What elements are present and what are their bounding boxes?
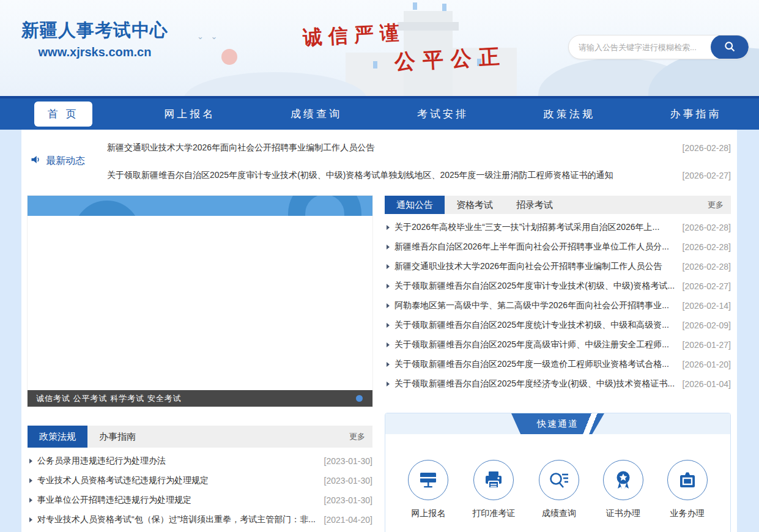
right-column: 通知公告 资格考试 招录考试 更多 关于2026年高校毕业生“三支一扶”计划招募…	[385, 196, 731, 532]
quick-item-online-registration[interactable]: 网上报名	[408, 460, 448, 519]
bullet-triangle-icon	[387, 342, 390, 347]
list-item[interactable]: 专业技术人员资格考试违纪违规行为处理规定 [2023-01-30]	[28, 471, 372, 490]
list-item[interactable]: 对专业技术人员资格考试“包（保）过”培训须出重拳，考试主管部门：非... [20…	[28, 510, 372, 530]
slogan-line1: 诚信严谨	[302, 20, 406, 52]
bullet-triangle-icon	[387, 382, 390, 386]
policy-panel: 政策法规 办事指南 更多 公务员录用违规违纪行为处理办法 [2023-01-30…	[28, 426, 372, 532]
slogan-line2: 公平公正	[394, 42, 508, 76]
monitor-icon	[408, 460, 448, 500]
flag-decoration	[373, 61, 377, 68]
list-item[interactable]: 新疆交通职业技术大学2026年面向社会公开招聘事业编制工作人员公告 [2026-…	[385, 257, 731, 276]
banner-circle-decoration	[73, 201, 141, 216]
item-date: [2026-01-27]	[683, 340, 731, 350]
item-title: 关于领取新疆维吾尔自治区2025年度一级造价工程师职业资格考试合格...	[394, 359, 676, 370]
printer-icon	[473, 460, 514, 500]
carousel-indicator-dot[interactable]	[356, 395, 363, 402]
news-line: 关于领取新疆维吾尔自治区2025年度审计专业技术(初级、中级)资格考试单独划线地…	[107, 169, 731, 182]
business-icon	[667, 460, 708, 500]
site-title: 新疆人事考试中心	[21, 18, 168, 43]
list-item[interactable]: 阿勒泰地区第一高级中学、第二高级中学2026年面向社会公开招聘事业... [20…	[385, 296, 731, 316]
item-title: 关于领取新疆维吾尔自治区2025年度审计专业技术(初级、中级)资格考试...	[394, 281, 676, 292]
bullet-triangle-icon	[387, 323, 390, 328]
tab-notices[interactable]: 通知公告	[385, 196, 445, 214]
latest-news-header: 最新动态	[28, 139, 107, 182]
bullet-triangle-icon	[387, 245, 390, 249]
item-date: [2021-04-20]	[324, 515, 372, 525]
content-columns: 诚信考试 公平考试 科学考试 安全考试 政策法规 办事指南 更多 公务员录用违规…	[28, 196, 731, 532]
flag-decoration	[442, 4, 446, 11]
item-title: 阿勒泰地区第一高级中学、第二高级中学2026年面向社会公开招聘事业...	[394, 300, 676, 311]
quick-channel-panel: 快速通道 网上报名	[385, 413, 731, 532]
item-date: [2023-01-30]	[324, 456, 372, 466]
quick-item-certificate-service[interactable]: 证书办理	[603, 460, 643, 519]
bullet-triangle-icon	[29, 517, 32, 522]
quick-channel-icons: 网上报名 打印	[385, 434, 730, 519]
item-title: 关于2026年高校毕业生“三支一扶”计划招募考试采用自治区2026年上...	[394, 222, 676, 233]
item-date: [2026-02-28]	[683, 262, 731, 272]
nav-item-policies[interactable]: 政策法规	[506, 102, 632, 127]
quick-item-score-query[interactable]: 成绩查询	[539, 460, 579, 519]
flag-decoration	[413, 2, 417, 10]
nav-label: 办事指南	[657, 102, 735, 127]
quick-item-business-service[interactable]: 业务办理	[667, 460, 708, 519]
quick-channel-header: 快速通道	[385, 413, 730, 434]
content-wrapper: 最新动态 新疆交通职业技术大学2026年面向社会公开招聘事业编制工作人员公告 […	[21, 130, 737, 532]
news-title[interactable]: 关于领取新疆维吾尔自治区2025年度审计专业技术(初级、中级)资格考试单独划线地…	[107, 170, 673, 181]
list-item[interactable]: 公务员录用违规违纪行为处理办法 [2023-01-30]	[28, 451, 372, 471]
bullet-triangle-icon	[29, 459, 32, 464]
birds-decoration: ⌄ ⌄	[197, 32, 220, 41]
tab-recruitment-exams[interactable]: 招录考试	[505, 196, 565, 214]
list-item[interactable]: 关于领取新疆维吾尔自治区2025年度一级造价工程师职业资格考试合格... [20…	[385, 355, 731, 374]
nav-item-exam-schedule[interactable]: 考试安排	[379, 102, 506, 127]
list-item[interactable]: 图解...	[28, 530, 372, 532]
notices-more-link[interactable]: 更多	[700, 196, 731, 214]
item-title: 公务员录用违规违纪行为处理办法	[37, 456, 318, 467]
bullet-triangle-icon	[387, 284, 390, 289]
item-date: [2026-01-20]	[683, 360, 731, 369]
item-date: [2026-02-14]	[683, 301, 731, 311]
nav-item-service-guide[interactable]: 办事指南	[632, 102, 759, 127]
quick-item-print-admission-ticket[interactable]: 打印准考证	[472, 460, 515, 519]
score-search-icon	[539, 460, 579, 500]
list-item[interactable]: 关于领取新疆维吾尔自治区2025年度统计专业技术初级、中级和高级资... [20…	[385, 316, 731, 335]
nav-item-online-registration[interactable]: 网上报名	[127, 102, 253, 127]
item-date: [2026-01-04]	[683, 379, 731, 389]
site-header: ⌄ ⌄ 新疆人事考试中心 www.xjrsks.com.cn 诚信严谨 公平公正	[0, 0, 759, 96]
news-title[interactable]: 新疆交通职业技术大学2026年面向社会公开招聘事业编制工作人员公告	[107, 142, 673, 153]
policies-more-link[interactable]: 更多	[342, 426, 372, 448]
tab-qualification-exams[interactable]: 资格考试	[445, 196, 505, 214]
list-item[interactable]: 关于领取新疆维吾尔自治区2025年度经济专业(初级、中级)技术资格证书... […	[385, 374, 731, 394]
bullet-triangle-icon	[29, 478, 32, 483]
banner-carousel[interactable]: 诚信考试 公平考试 科学考试 安全考试	[28, 196, 372, 407]
list-item[interactable]: 新疆维吾尔自治区2026年上半年面向社会公开招聘事业单位工作人员分... [20…	[385, 237, 731, 257]
item-title: 新疆维吾尔自治区2026年上半年面向社会公开招聘事业单位工作人员分...	[394, 242, 676, 253]
item-date: [2026-02-28]	[683, 223, 731, 232]
latest-news-list: 新疆交通职业技术大学2026年面向社会公开招聘事业编制工作人员公告 [2026-…	[107, 139, 731, 190]
tab-service-guide[interactable]: 办事指南	[87, 426, 147, 448]
quick-item-label: 证书办理	[606, 508, 640, 519]
search-button[interactable]	[711, 35, 749, 59]
tab-policies[interactable]: 政策法规	[28, 426, 87, 448]
list-item[interactable]: 事业单位公开招聘违纪违规行为处理规定 [2023-01-30]	[28, 490, 372, 510]
item-title: 专业技术人员资格考试违纪违规行为处理规定	[37, 475, 318, 486]
left-column: 诚信考试 公平考试 科学考试 安全考试 政策法规 办事指南 更多 公务员录用违规…	[28, 196, 372, 532]
nav-item-home[interactable]: 首 页	[0, 102, 127, 127]
nav-label: 网上报名	[150, 102, 229, 127]
banner-image	[28, 196, 372, 216]
site-logo[interactable]: 新疆人事考试中心 www.xjrsks.com.cn	[21, 18, 168, 59]
nav-item-score-query[interactable]: 成绩查询	[253, 102, 380, 127]
list-item[interactable]: 关于领取新疆维吾尔自治区2025年度审计专业技术(初级、中级)资格考试... […	[385, 276, 731, 296]
nav-label: 政策法规	[530, 102, 609, 127]
search-input[interactable]	[569, 35, 711, 59]
news-line: 新疆交通职业技术大学2026年面向社会公开招聘事业编制工作人员公告 [2026-…	[107, 141, 731, 155]
item-date: [2023-01-30]	[324, 495, 372, 505]
nav-label: 考试安排	[404, 102, 482, 127]
item-title: 关于领取新疆维吾尔自治区2025年度高级审计师、中级注册安全工程师...	[394, 339, 676, 350]
nav-label: 成绩查询	[277, 102, 355, 127]
policy-tabbar: 政策法规 办事指南 更多	[28, 426, 372, 448]
item-date: [2026-02-09]	[683, 320, 731, 330]
list-item[interactable]: 关于领取新疆维吾尔自治区2025年度高级审计师、中级注册安全工程师... [20…	[385, 335, 731, 355]
bullet-triangle-icon	[29, 498, 32, 503]
item-date: [2026-02-27]	[683, 281, 731, 291]
list-item[interactable]: 关于2026年高校毕业生“三支一扶”计划招募考试采用自治区2026年上... […	[385, 218, 731, 237]
